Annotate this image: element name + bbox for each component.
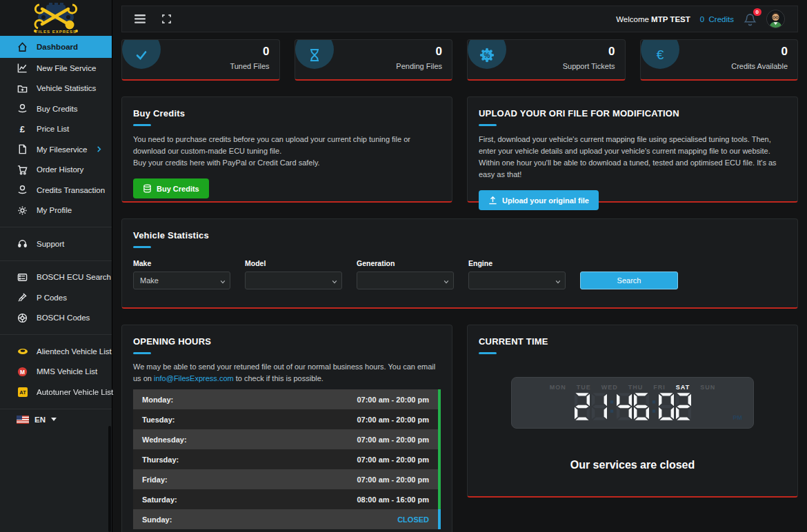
hours-row: Wednesday: 07:00 am - 20:00 pm [133,429,441,449]
sidebar-item-label: Order History [37,165,83,174]
sidebar-item-buy-credits[interactable]: Buy Credits [0,99,112,119]
notifications-button[interactable]: 0 [744,12,757,26]
sidebar-item-bosch-ecu-search[interactable]: BOSCH ECU Search [0,267,112,288]
title-underline [479,124,497,126]
chevron-down-icon [332,278,337,286]
bottom-row: OPENING HOURS We may be able to send you… [121,325,798,532]
clock-day: FRI [653,384,666,391]
sidebar-item-price-list[interactable]: £ Price List [0,119,112,140]
svg-text:%: % [484,52,490,59]
engine-label: Engine [468,259,566,267]
chevron-down-icon [555,278,561,286]
divider [0,334,112,335]
button-label: Buy Credits [157,185,199,193]
sidebar-scrollbar[interactable] [108,426,111,532]
chevron-down-icon [220,278,226,286]
alientech-icon [17,347,28,356]
make-label: Make [133,259,230,267]
sidebar-item-order-history[interactable]: Order History [0,160,112,181]
sidebar-item-label: Alientech Vehicle List [37,347,112,356]
services-status-text: Our services are closed [479,459,786,471]
hours-row: Monday: 07:00 am - 20:00 pm [133,389,441,409]
sidebar-item-label: MMS Vehicle List [37,367,97,376]
check-icon [122,39,161,69]
stat-card-pending-files: 0 Pending Files [295,39,453,81]
stat-value: 0 [781,45,788,59]
card-title: UPLOAD YOUR ORI FILE FOR MODIFICATION [479,108,786,119]
clock-day: SUN [700,384,715,391]
notification-badge: 0 [753,8,761,16]
credits-link[interactable]: 0 Credits [700,15,734,23]
pound-icon: £ [17,124,28,134]
upload-ori-card: UPLOAD YOUR ORI FILE FOR MODIFICATION Fi… [467,96,798,203]
sidebar-item-support[interactable]: Support [0,234,112,254]
email-link[interactable]: info@FilesExpress.com [154,374,234,382]
hourglass-icon [295,39,334,69]
sidebar-item-label: Support [37,240,64,248]
stat-card-credits-available: € 0 Credits Available [640,39,799,81]
stat-value: 0 [436,45,442,59]
sidebar-item-autotuner-vehicle-list[interactable]: AT Autotuner Vehicle List [0,382,112,402]
ticket-badge-icon: % [468,39,506,69]
sidebar-item-dashboard[interactable]: Dashboard [0,36,112,58]
clock-meridiem: PM [733,414,743,421]
sidebar-item-label: Dashboard [37,43,78,51]
title-underline [133,124,151,126]
svg-text:£: £ [20,124,26,134]
topbar: Welcome MTP TEST 0 Credits 0 [121,6,798,32]
clock-day: MON [550,384,566,391]
fullscreen-icon[interactable] [162,14,171,23]
sidebar-item-label: My Fileservice [37,145,87,154]
title-underline [133,246,151,248]
search-button[interactable]: Search [580,272,678,289]
cart-icon [17,165,28,175]
sidebar-item-label: Buy Credits [37,105,77,113]
username: MTP TEST [651,15,690,23]
upload-original-file-button[interactable]: Upload your original file [479,190,599,210]
sidebar-item-bosch-codes[interactable]: BOSCH Codes [0,308,112,329]
stat-card-tuned-files: 0 Tuned Files [121,39,280,81]
chevron-right-icon [96,146,102,152]
sidebar-item-alientech-vehicle-list[interactable]: Alientech Vehicle List [0,341,112,362]
button-label: Upload your original file [502,196,589,205]
hamburger-menu-icon[interactable] [134,14,146,23]
sidebar-item-mms-vehicle-list[interactable]: M MMS Vehicle List [0,362,112,382]
make-select[interactable]: Make [133,272,230,289]
avatar[interactable] [766,10,785,28]
mms-icon: M [17,367,28,377]
card-title: OPENING HOURS [133,336,441,347]
clock-day: TUE [577,384,591,391]
coin-hand-icon [17,103,28,114]
digital-clock-digits [512,393,753,420]
upload-icon [488,196,497,205]
buy-credits-button[interactable]: Buy Credits [133,178,209,198]
euro-icon: € [641,39,679,69]
sidebar-item-p-codes[interactable]: P Codes [0,287,112,308]
engine-select[interactable] [468,272,566,289]
card-title: CURRENT TIME [479,336,786,347]
clock-day: SAT [676,384,690,391]
brand-logo[interactable]: FILES EXPRESS [0,0,112,36]
divider [0,227,112,227]
model-select[interactable] [245,272,342,289]
sidebar-item-label: Price List [37,125,69,133]
clock-day: WED [601,384,618,391]
sidebar-item-my-profile[interactable]: My Profile [0,201,112,221]
sidebar-item-vehicle-statistics[interactable]: Vehicle Statistics [0,79,112,99]
sidebar-nav: Dashboard New File Service Vehicle Stati… [0,36,112,424]
current-time-card: CURRENT TIME MON TUE WED THU FRI SAT SUN… [467,325,798,498]
generation-select[interactable] [357,272,454,289]
opening-hours-table: Monday: 07:00 am - 20:00 pm Tuesday: 07:… [133,389,441,529]
brand-logo-text: FILES EXPRESS [35,30,77,34]
language-selector[interactable]: EN [0,416,112,424]
sidebar-item-my-fileservice[interactable]: My Fileservice [0,139,112,160]
home-icon [17,42,28,52]
main-content: Welcome MTP TEST 0 Credits 0 [112,0,807,532]
hours-row-closed: Sunday: CLOSED [133,509,441,529]
ecu-list-icon [17,272,28,283]
opening-hours-card: OPENING HOURS We may be able to send you… [121,325,452,532]
spark-plug-icon [17,292,28,303]
sidebar-item-new-file-service[interactable]: New File Service [0,58,112,79]
sidebar-item-credits-transaction[interactable]: Credits Transaction [0,180,112,201]
upload-text: First, download your vehicle's current m… [479,134,786,181]
